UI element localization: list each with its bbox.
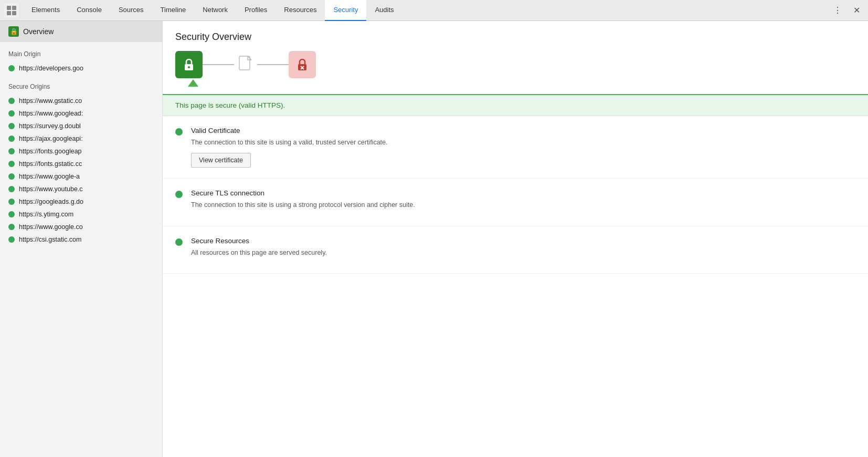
sidebar-dot-3 bbox=[8, 123, 15, 129]
tab-bar: Elements Console Sources Timeline Networ… bbox=[0, 0, 868, 21]
sidebar-item-youtube[interactable]: https://www.youtube.c bbox=[0, 183, 162, 195]
svg-rect-1 bbox=[7, 6, 11, 10]
more-button[interactable]: ⋮ bbox=[830, 3, 845, 18]
diagram-row bbox=[175, 51, 855, 78]
certificate-dot bbox=[175, 128, 183, 136]
tab-sources[interactable]: Sources bbox=[110, 0, 152, 21]
sidebar-dot-7 bbox=[8, 173, 15, 180]
diagram-line-1 bbox=[203, 64, 234, 65]
sidebar-item-googleads[interactable]: https://www.googlead: bbox=[0, 107, 162, 120]
sidebar-item-text-3: https://survey.g.doubl bbox=[19, 122, 81, 130]
sidebar-item-text-10: https://s.ytimg.com bbox=[19, 211, 73, 218]
sidebar: 🔒 Overview Main Origin https://developer… bbox=[0, 21, 163, 457]
sidebar-dot-10 bbox=[8, 211, 15, 217]
tab-resources[interactable]: Resources bbox=[276, 0, 325, 21]
sidebar-item-google-a[interactable]: https://www.google-a bbox=[0, 170, 162, 183]
tab-network[interactable]: Network bbox=[194, 0, 236, 21]
devtools-logo bbox=[4, 3, 19, 18]
sidebar-dot-2 bbox=[8, 110, 15, 117]
close-button[interactable]: ✕ bbox=[849, 3, 864, 18]
sidebar-item-fonts-googleap[interactable]: https://fonts.googleap bbox=[0, 145, 162, 158]
svg-rect-4 bbox=[12, 11, 16, 15]
sidebar-item-text-2: https://www.googlead: bbox=[19, 110, 83, 117]
sidebar-item-googleads2[interactable]: https://googleads.g.do bbox=[0, 195, 162, 208]
sidebar-item-gstatic[interactable]: https://www.gstatic.co bbox=[0, 95, 162, 107]
certificate-description: The connection to this site is using a v… bbox=[191, 138, 387, 148]
sidebar-dot-5 bbox=[8, 148, 15, 154]
secure-message: This page is secure (valid HTTPS). bbox=[175, 101, 285, 109]
sidebar-dot-1 bbox=[8, 98, 15, 104]
svg-rect-3 bbox=[7, 11, 11, 15]
sidebar-overview-label: Overview bbox=[23, 27, 54, 36]
sidebar-main-origin-title: Main Origin bbox=[0, 42, 162, 62]
sidebar-overview[interactable]: 🔒 Overview bbox=[0, 21, 162, 42]
certificate-content: Valid Certificate The connection to this… bbox=[191, 127, 387, 168]
tab-console[interactable]: Console bbox=[68, 0, 110, 21]
arrow-indicator bbox=[188, 79, 198, 87]
sidebar-item-survey[interactable]: https://survey.g.doubl bbox=[0, 120, 162, 132]
sidebar-item-main-origin[interactable]: https://developers.goo bbox=[0, 62, 162, 75]
resources-item: Secure Resources All resources on this p… bbox=[163, 226, 868, 274]
sidebar-dot-6 bbox=[8, 161, 15, 167]
svg-rect-2 bbox=[12, 6, 16, 10]
sidebar-item-text-main: https://developers.goo bbox=[19, 65, 83, 72]
sidebar-item-google-co[interactable]: https://www.google.co bbox=[0, 221, 162, 233]
resources-title: Secure Resources bbox=[191, 237, 327, 245]
content-panel: Security Overview bbox=[163, 21, 868, 457]
page-title: Security Overview bbox=[163, 21, 868, 51]
resources-dot bbox=[175, 238, 183, 246]
sidebar-item-text-11: https://www.google.co bbox=[19, 223, 83, 231]
resources-content: Secure Resources All resources on this p… bbox=[191, 237, 327, 263]
tab-audits[interactable]: Audits bbox=[366, 0, 402, 21]
tls-dot bbox=[175, 191, 183, 198]
sidebar-item-text-12: https://csi.gstatic.com bbox=[19, 236, 81, 243]
sidebar-item-ytimg[interactable]: https://s.ytimg.com bbox=[0, 208, 162, 221]
tab-profiles[interactable]: Profiles bbox=[236, 0, 276, 21]
sidebar-dot-main bbox=[8, 65, 15, 71]
secure-banner: This page is secure (valid HTTPS). bbox=[163, 94, 868, 116]
diagram-line-2 bbox=[257, 64, 289, 65]
svg-rect-0 bbox=[4, 3, 19, 18]
svg-point-6 bbox=[188, 66, 190, 68]
tab-timeline[interactable]: Timeline bbox=[152, 0, 195, 21]
sidebar-lock-icon: 🔒 bbox=[8, 26, 19, 37]
tls-item: Secure TLS connection The connection to … bbox=[163, 179, 868, 226]
certificate-item: Valid Certificate The connection to this… bbox=[163, 116, 868, 179]
sidebar-item-text-5: https://fonts.googleap bbox=[19, 148, 82, 155]
sidebar-item-ajax[interactable]: https://ajax.googleapi: bbox=[0, 132, 162, 145]
tls-description: The connection to this site is using a s… bbox=[191, 200, 415, 210]
sidebar-secure-origins-title: Secure Origins bbox=[0, 75, 162, 95]
sidebar-item-text-7: https://www.google-a bbox=[19, 173, 80, 180]
sidebar-item-text-6: https://fonts.gstatic.cc bbox=[19, 160, 82, 168]
tls-content: Secure TLS connection The connection to … bbox=[191, 189, 415, 215]
diagram-error-icon bbox=[289, 51, 316, 78]
sidebar-dot-12 bbox=[8, 236, 15, 243]
sidebar-item-fonts-gstatic[interactable]: https://fonts.gstatic.cc bbox=[0, 158, 162, 170]
tab-elements[interactable]: Elements bbox=[23, 0, 68, 21]
resources-description: All resources on this page are served se… bbox=[191, 248, 327, 258]
diagram-document-icon bbox=[234, 51, 257, 78]
view-certificate-button[interactable]: View certificate bbox=[191, 153, 251, 168]
diagram-lock-icon bbox=[175, 51, 203, 78]
sidebar-item-csi[interactable]: https://csi.gstatic.com bbox=[0, 233, 162, 246]
security-diagram bbox=[163, 51, 868, 94]
sidebar-dot-9 bbox=[8, 199, 15, 205]
sidebar-item-text-1: https://www.gstatic.co bbox=[19, 97, 82, 105]
sidebar-dot-11 bbox=[8, 224, 15, 230]
sidebar-item-text-4: https://ajax.googleapi: bbox=[19, 135, 83, 142]
sidebar-item-text-9: https://googleads.g.do bbox=[19, 198, 83, 205]
main-layout: 🔒 Overview Main Origin https://developer… bbox=[0, 21, 868, 457]
tab-actions: ⋮ ✕ bbox=[830, 3, 864, 18]
svg-rect-7 bbox=[239, 56, 250, 70]
certificate-title: Valid Certificate bbox=[191, 127, 387, 134]
sidebar-dot-4 bbox=[8, 136, 15, 142]
sidebar-item-text-8: https://www.youtube.c bbox=[19, 185, 83, 193]
tab-security[interactable]: Security bbox=[325, 0, 366, 21]
tls-title: Secure TLS connection bbox=[191, 189, 415, 197]
sidebar-dot-8 bbox=[8, 186, 15, 192]
